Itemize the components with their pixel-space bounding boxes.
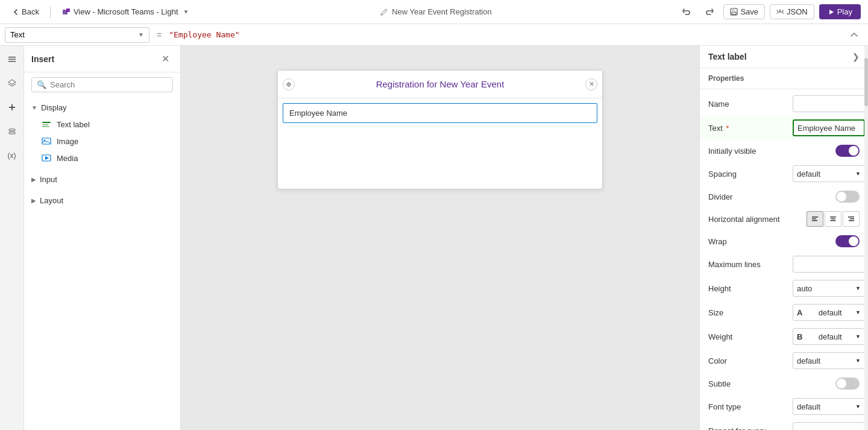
- image-icon: [41, 136, 52, 147]
- save-button[interactable]: Save: [723, 4, 765, 19]
- redo-button[interactable]: [700, 5, 719, 19]
- prop-name-label: Name: [708, 100, 793, 109]
- save-label: Save: [740, 7, 758, 16]
- svg-marker-19: [45, 156, 49, 160]
- formula-expand-button[interactable]: [845, 28, 863, 42]
- wrap-toggle-thumb: [849, 236, 858, 246]
- prop-name-input[interactable]: [793, 95, 865, 112]
- prop-spacing-select[interactable]: default ▼: [793, 165, 865, 182]
- prop-repeat-label: Repeat for every: [708, 426, 793, 431]
- back-button[interactable]: Back: [7, 5, 44, 19]
- view-selector[interactable]: View - Microsoft Teams - Light ▼: [57, 5, 194, 19]
- prop-subtle-label: Subtle: [708, 379, 793, 388]
- svg-rect-4: [732, 12, 736, 14]
- prop-wrap-toggle[interactable]: [835, 235, 860, 247]
- input-section: ▶ Input: [24, 169, 180, 190]
- form-close-button[interactable]: ✕: [585, 78, 597, 90]
- sidebar-data-icon[interactable]: [4, 123, 20, 140]
- image-item[interactable]: Image: [24, 133, 180, 150]
- app-name: New Year Event Registration: [392, 7, 491, 16]
- sidebar-add-icon[interactable]: [4, 99, 20, 116]
- prop-repeat-row: Repeat for every: [700, 419, 868, 430]
- canvas-area[interactable]: Registration for New Year Event ✕ Employ…: [181, 46, 699, 430]
- prop-wrap-label: Wrap: [708, 237, 793, 246]
- fonttype-chevron-icon: ▼: [855, 403, 861, 409]
- prop-size-select[interactable]: A default ▼: [793, 304, 865, 321]
- prop-size-row: Size A default ▼: [700, 300, 868, 324]
- undo-button[interactable]: [678, 5, 696, 19]
- prop-subtle-row: Subtle: [700, 373, 868, 394]
- svg-rect-7: [8, 59, 16, 60]
- panel-title: Text label: [708, 52, 747, 62]
- prop-weight-select[interactable]: B default ▼: [793, 328, 865, 345]
- align-left-button[interactable]: [807, 211, 823, 227]
- prop-wrap-row: Wrap: [700, 230, 868, 252]
- svg-rect-15: [42, 126, 49, 127]
- insert-close-button[interactable]: ✕: [158, 52, 173, 66]
- text-label-canvas-item[interactable]: Employee Name: [283, 103, 597, 123]
- subtle-toggle-thumb: [837, 379, 846, 388]
- prop-spacing-row: Spacing default ▼: [700, 162, 868, 186]
- media-item[interactable]: Media: [24, 150, 180, 166]
- json-button[interactable]: JSON: [770, 4, 814, 19]
- input-section-header[interactable]: ▶ Input: [24, 171, 180, 188]
- svg-rect-29: [848, 217, 854, 218]
- search-input[interactable]: [50, 80, 168, 89]
- panel-scrollbar-thumb: [864, 58, 868, 106]
- svg-rect-31: [849, 220, 854, 221]
- left-sidebar: (x): [0, 46, 24, 430]
- formula-input[interactable]: [169, 27, 840, 43]
- spacing-value: default: [797, 169, 820, 179]
- sidebar-variable-icon[interactable]: (x): [4, 147, 20, 164]
- spacing-chevron-icon: ▼: [855, 171, 861, 177]
- prop-alignment-value: [793, 211, 860, 227]
- prop-color-select[interactable]: default ▼: [793, 352, 865, 369]
- align-center-button[interactable]: [825, 211, 841, 227]
- play-button[interactable]: Play: [819, 4, 861, 19]
- formula-selector-chevron: ▼: [138, 31, 144, 38]
- formula-equals: =: [157, 30, 162, 40]
- prop-weight-row: Weight B default ▼: [700, 324, 868, 349]
- prop-maxlines-input[interactable]: [793, 256, 865, 273]
- add-icon: [7, 103, 17, 112]
- formula-selector[interactable]: Text ▼: [5, 27, 149, 43]
- topbar-left: Back View - Microsoft Teams - Light ▼: [7, 5, 193, 19]
- search-box: 🔍: [31, 77, 173, 92]
- prop-fonttype-select[interactable]: default ▼: [793, 398, 865, 415]
- topbar-center: New Year Event Registration: [198, 7, 673, 16]
- text-label-value: Employee Name: [289, 109, 347, 118]
- height-chevron-icon: ▼: [855, 285, 861, 291]
- prop-repeat-input[interactable]: [793, 422, 865, 430]
- layout-section-header[interactable]: ▶ Layout: [24, 192, 180, 209]
- properties-section-title: Properties: [700, 68, 868, 86]
- panel-scrollbar[interactable]: [864, 46, 868, 430]
- prop-maxlines-value: [793, 256, 865, 273]
- prop-subtle-value: [793, 378, 860, 390]
- svg-rect-27: [831, 218, 835, 220]
- prop-color-value: default ▼: [793, 352, 865, 369]
- sidebar-layers-icon[interactable]: [4, 75, 20, 92]
- play-label: Play: [837, 7, 852, 16]
- align-right-icon: [848, 215, 855, 223]
- prop-visible-toggle[interactable]: [835, 145, 860, 157]
- text-label-item[interactable]: Text label: [24, 116, 180, 133]
- prop-subtle-toggle[interactable]: [835, 378, 860, 390]
- save-icon: [730, 8, 738, 16]
- sidebar-menu-icon[interactable]: [4, 51, 20, 68]
- display-section-header[interactable]: ▼ Display: [24, 100, 180, 116]
- panel-expand-button[interactable]: ❯: [852, 52, 860, 62]
- form-drag-handle[interactable]: [283, 78, 295, 90]
- align-right-button[interactable]: [843, 211, 860, 227]
- prop-divider-value: [793, 191, 860, 203]
- form-header: Registration for New Year Event ✕: [278, 71, 602, 98]
- prop-size-value: A default ▼: [793, 304, 865, 321]
- insert-panel: Insert ✕ 🔍 ▼ Display Text labe: [24, 46, 181, 430]
- prop-text-value: [793, 119, 865, 136]
- prop-height-value: auto ▼: [793, 280, 865, 297]
- prop-height-select[interactable]: auto ▼: [793, 280, 865, 297]
- svg-rect-14: [42, 124, 48, 125]
- prop-divider-toggle[interactable]: [835, 191, 860, 203]
- prop-text-input[interactable]: [793, 119, 865, 136]
- teams-icon: [61, 7, 71, 17]
- insert-header: Insert ✕: [24, 46, 180, 72]
